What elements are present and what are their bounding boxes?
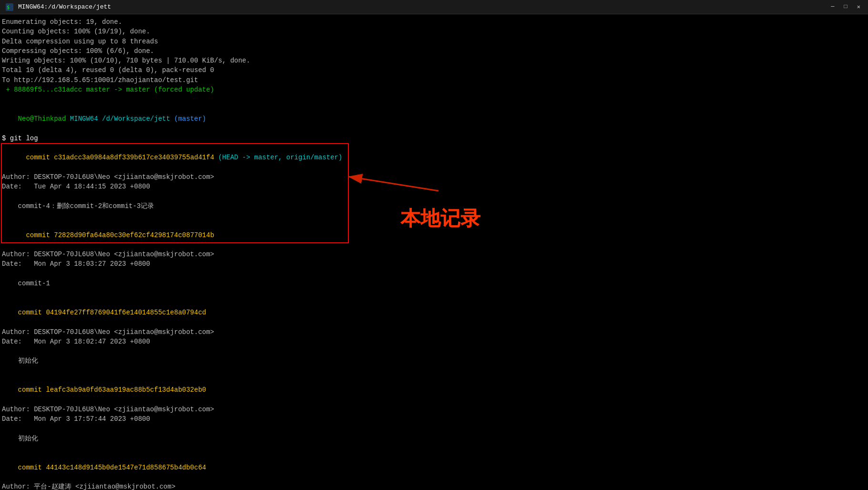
commit-hash-3: commit 04194fe27ff8769041f6e14014855c1e8… (2, 298, 866, 327)
date-3: Date: Mon Apr 3 18:02:47 2023 +0800 (2, 337, 866, 346)
commit-hash-4: commit leafc3ab9a0fd63aa919ac88b5cf13d4a… (2, 375, 866, 405)
blank-1 (2, 94, 866, 104)
commit-hash-1: commit c31adcc3a0984a8df339b617ce3403975… (2, 143, 866, 172)
line-5: Writing objects: 100% (10/10), 710 bytes… (2, 56, 866, 65)
author-4: Author: DESKTOP-70JL6U8\Neo <zjiiantao@m… (2, 405, 866, 414)
window-title: MINGW64:/d/Workspace/jett (18, 3, 828, 10)
close-button[interactable]: ✕ (854, 2, 863, 11)
blank-7 (2, 366, 866, 375)
commit-hash-2: commit 72828d90fa64a80c30ef62cf4298174c0… (2, 220, 866, 250)
terminal-content: Enumerating objects: 19, done. Counting … (0, 14, 868, 490)
line-4: Compressing objects: 100% (6/6), done. (2, 46, 866, 56)
date-2: Date: Mon Apr 3 18:03:27 2023 +0800 (2, 259, 866, 269)
blank-2 (2, 191, 866, 201)
prompt-line-1: Neo@Thinkpad MINGW64 /d/Workspace/jett (… (2, 104, 866, 134)
window-controls: — □ ✕ (828, 2, 863, 11)
msg-1: commit-4：删除commit-2和commit-3记录 (2, 201, 866, 211)
author-5: Author: 平台-赵建涛 <zjiiantao@mskjrobot.com> (2, 482, 866, 490)
line-3: Delta compression using up to 8 threads (2, 37, 866, 46)
terminal-icon: $ (5, 2, 14, 12)
author-2: Author: DESKTOP-70JL6U8\Neo <zjiiantao@m… (2, 250, 866, 259)
minimize-button[interactable]: — (828, 2, 837, 11)
blank-5 (2, 288, 866, 298)
author-1: Author: DESKTOP-70JL6U8\Neo <zjiiantao@m… (2, 172, 866, 182)
author-3: Author: DESKTOP-70JL6U8\Neo <zjiiantao@m… (2, 327, 866, 337)
blank-8 (2, 424, 866, 433)
commit-hash-5: commit 44143c148d9145b0de1547e71d858675b… (2, 453, 866, 482)
title-bar: $ MINGW64:/d/Workspace/jett — □ ✕ (0, 0, 868, 14)
blank-4 (2, 269, 866, 279)
blank-3 (2, 211, 866, 220)
blank-9 (2, 443, 866, 453)
line-2: Counting objects: 100% (19/19), done. (2, 27, 866, 36)
blank-6 (2, 346, 866, 356)
line-1: Enumerating objects: 19, done. (2, 17, 866, 27)
date-4: Date: Mon Apr 3 17:57:44 2023 +0800 (2, 414, 866, 424)
line-8: + 88869f5...c31adcc master -> master (fo… (2, 85, 866, 94)
line-7: To http://192.168.5.65:10001/zhaojiantao… (2, 75, 866, 85)
line-6: Total 10 (delta 4), reused 0 (delta 0), … (2, 65, 866, 75)
msg-3: 初始化 (2, 356, 866, 365)
msg-4: 初始化 (2, 434, 866, 443)
msg-2: commit-1 (2, 279, 866, 288)
date-1: Date: Tue Apr 4 18:44:15 2023 +0800 (2, 182, 866, 191)
git-log-command: $ git log (2, 134, 866, 143)
maximize-button[interactable]: □ (841, 2, 850, 11)
svg-text:$: $ (7, 5, 10, 10)
